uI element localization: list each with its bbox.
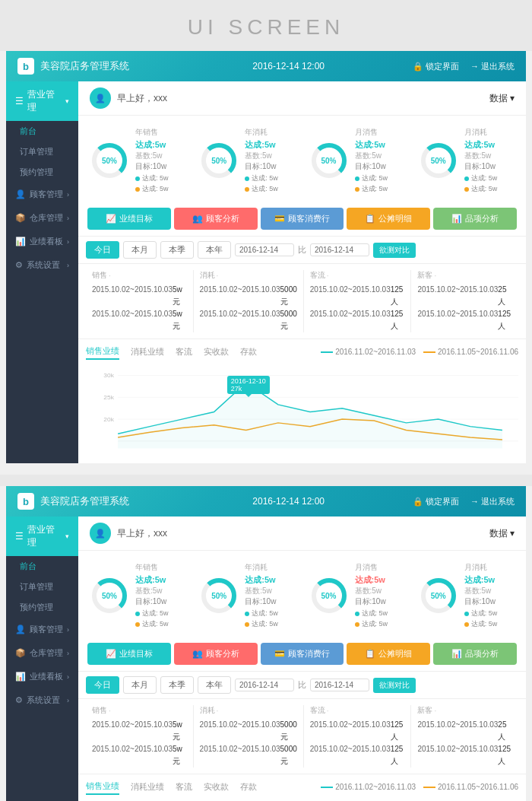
header-actions: 🔒 锁定界面 → 退出系统 xyxy=(413,61,515,72)
date-from-input[interactable] xyxy=(235,243,294,256)
sidebar-item-frontdesk[interactable]: 前台 xyxy=(6,121,78,141)
tab-today[interactable]: 今日 xyxy=(86,241,119,259)
btn-alloc-2[interactable]: 📋 公摊明细 xyxy=(347,643,430,665)
tab-today-2[interactable]: 今日 xyxy=(86,676,119,694)
legend-line-teal-2 xyxy=(321,787,333,788)
chart-tab-revenue[interactable]: 实收款 xyxy=(204,345,229,359)
tab-quarter[interactable]: 本季 xyxy=(160,241,194,259)
metric-col-consume: 消耗 2015.10.02~2015.10.03 5000元 2015.10.0… xyxy=(194,270,304,332)
tab-year[interactable]: 本年 xyxy=(198,241,231,259)
btn-performance-target[interactable]: 📈 业绩目标 xyxy=(87,208,171,230)
legend-dot-teal-1 xyxy=(135,176,140,181)
donut-chart-3: 50% xyxy=(309,141,349,180)
btn-cust-2[interactable]: 👥 顾客分析 xyxy=(174,643,258,665)
sidebar-item-orders[interactable]: 订单管理 xyxy=(6,141,78,162)
chevron-right-icon-8: › xyxy=(67,697,69,704)
stat-card-monthly-sales: 50% 月消售 达成:5w 基数:5w 目标:10w 达成: 5w xyxy=(306,123,409,198)
tab-month[interactable]: 本月 xyxy=(123,241,157,259)
exit-button-2[interactable]: → 退出系统 xyxy=(470,496,515,507)
stat-target-3: 目标:10w xyxy=(355,161,388,172)
chart-tooltip: 2016-12-10 27k xyxy=(227,376,270,394)
legend-item-2b: 达成: 5w xyxy=(245,184,278,194)
tab-year-2[interactable]: 本年 xyxy=(198,676,231,694)
stat-info-2: 年消耗 达成:5w 基数:5w 目标:10w 达成: 5w 达成: 5w xyxy=(245,127,278,194)
dropdown-icon-2: ▾ xyxy=(510,528,515,539)
content-area-2: 👤 早上好，xxx 数据 ▾ 50% xyxy=(78,517,526,801)
customers-icon-2: 👤 xyxy=(15,625,26,634)
chart-tab-consume-2[interactable]: 消耗业绩 xyxy=(131,780,164,794)
chart-tab-visitors-2[interactable]: 客流 xyxy=(176,780,192,794)
donut-chart-4: 50% xyxy=(419,141,458,180)
ld-8 xyxy=(464,622,469,627)
donut-label-2-4: 50% xyxy=(431,592,446,600)
date-tabs-2: 今日 本月 本季 本年 比 欲测对比 xyxy=(78,671,526,698)
sidebar-item-settings[interactable]: ⚙ 系统设置 › xyxy=(6,253,78,277)
btn-customer-consume[interactable]: 💳 顾客消费行 xyxy=(261,208,344,230)
main-layout: ☰ 营业管理 ▾ 前台 订单管理 预约管理 👤 顾客管理 › 📦 仓库管理 › … xyxy=(6,81,526,463)
sidebar-item-performance[interactable]: 📊 业绩看板 › xyxy=(6,230,78,253)
chevron-right-icon-5: › xyxy=(67,626,69,634)
legend-item-3b: 达成: 5w xyxy=(355,184,388,194)
chart-icon: 📈 xyxy=(106,214,116,224)
lock-button[interactable]: 🔒 锁定界面 xyxy=(413,61,459,72)
chart-tab-visitors[interactable]: 客流 xyxy=(176,345,192,359)
chevron-right-icon: › xyxy=(67,191,69,199)
chevron-right-icon-6: › xyxy=(67,650,69,657)
chart-tab-deposits-2[interactable]: 存款 xyxy=(240,780,257,794)
sidebar-item-warehouse[interactable]: 📦 仓库管理 › xyxy=(6,206,78,230)
dropdown-icon: ▾ xyxy=(510,93,515,103)
sidebar-item-main[interactable]: ☰ 营业管理 ▾ xyxy=(6,81,78,121)
date-to-2[interactable] xyxy=(310,679,369,691)
sidebar-item-cust-2[interactable]: 👤 顾客管理 › xyxy=(6,618,78,641)
btn-consume-2[interactable]: 💳 顾客消费行 xyxy=(261,643,344,665)
date-from-2[interactable] xyxy=(235,679,294,691)
sidebar-item-appt-2[interactable]: 预约管理 xyxy=(6,597,78,618)
sidebar-item-sys-2[interactable]: ⚙ 系统设置 › xyxy=(6,688,78,712)
legend-item-4b: 达成: 5w xyxy=(464,184,498,194)
stat-legend-2: 达成: 5w 达成: 5w xyxy=(245,173,278,194)
metric-row-consume-2: 2015.10.02~2015.10.03 5000元 xyxy=(200,308,297,332)
data-dropdown-2[interactable]: 数据 ▾ xyxy=(489,527,515,540)
sidebar-item-perf-2[interactable]: 📊 业绩看板 › xyxy=(6,665,78,688)
donut-chart-1: 50% xyxy=(90,141,129,180)
sidebar-item-wh-2[interactable]: 📦 仓库管理 › xyxy=(6,641,78,665)
sidebar-item-main-2[interactable]: ☰ 营业管理 ▾ xyxy=(6,517,78,556)
system-name: 美容院店务管理系统 xyxy=(40,59,164,73)
btn-item-analysis[interactable]: 📊 品项分析 xyxy=(433,208,517,230)
header: b 美容院店务管理系统 2016-12-14 12:00 🔒 锁定界面 → 退出… xyxy=(6,51,526,81)
chart-tab-sales-2[interactable]: 销售业绩 xyxy=(86,779,119,795)
exit-button[interactable]: → 退出系统 xyxy=(470,61,515,72)
stat-achieved-2: 达成:5w xyxy=(245,139,278,151)
chart-tab-consume[interactable]: 消耗业绩 xyxy=(131,345,164,359)
date-to-input[interactable] xyxy=(310,243,369,256)
sidebar-item-customers[interactable]: 👤 顾客管理 › xyxy=(6,183,78,206)
chart-tab-sales[interactable]: 销售业绩 xyxy=(86,344,119,360)
sidebar-item-appointments[interactable]: 预约管理 xyxy=(6,162,78,183)
donut-label-1: 50% xyxy=(102,157,117,165)
dashboard-1: b 美容院店务管理系统 2016-12-14 12:00 🔒 锁定界面 → 退出… xyxy=(0,51,532,475)
page-title-area: UI SCREEN xyxy=(0,0,532,51)
btn-customer-analysis[interactable]: 👥 顾客分析 xyxy=(174,208,258,230)
chart-legend-2: 2016.11.02~2016.11.03 2016.11.05~2016.11… xyxy=(321,783,518,791)
compare-button[interactable]: 欲测对比 xyxy=(373,243,416,258)
stat-card-yearly-sales: 50% 年销售 达成:5w 基数:5w 目标:10w 达成: 5w xyxy=(86,123,189,198)
data-dropdown[interactable]: 数据 ▾ xyxy=(489,92,515,105)
metric-col-consume-2: 消耗 2015.10.02~2015.10.035000元 2015.10.02… xyxy=(194,705,304,768)
chart-tab-revenue-2[interactable]: 实收款 xyxy=(204,780,229,794)
metric-title-new: 新客 xyxy=(417,270,512,281)
sidebar-item-orders-2[interactable]: 订单管理 xyxy=(6,577,78,597)
tab-quarter-2[interactable]: 本季 xyxy=(160,676,194,694)
chart-tab-deposits[interactable]: 存款 xyxy=(240,345,257,359)
stat-title-3: 月消售 xyxy=(355,127,388,138)
stats-row-2: 50% 年销售 达成:5w 基数:5w 目标:10w 达成: 5w 达成: 5w xyxy=(78,551,526,637)
sidebar: ☰ 营业管理 ▾ 前台 订单管理 预约管理 👤 顾客管理 › 📦 仓库管理 › … xyxy=(6,81,78,463)
btn-item-2[interactable]: 📊 品项分析 xyxy=(433,643,517,665)
customers-icon-btn: 👥 xyxy=(192,214,203,224)
lock-button-2[interactable]: 🔒 锁定界面 xyxy=(413,496,459,507)
btn-allocation-detail[interactable]: 📋 公摊明细 xyxy=(347,208,430,230)
btn-perf-2[interactable]: 📈 业绩目标 xyxy=(87,643,171,665)
compare-btn-2[interactable]: 欲测对比 xyxy=(373,678,416,693)
sidebar-item-frontdesk-2[interactable]: 前台 xyxy=(6,556,78,577)
tab-month-2[interactable]: 本月 xyxy=(123,676,157,694)
performance-icon: 📊 xyxy=(15,237,26,246)
